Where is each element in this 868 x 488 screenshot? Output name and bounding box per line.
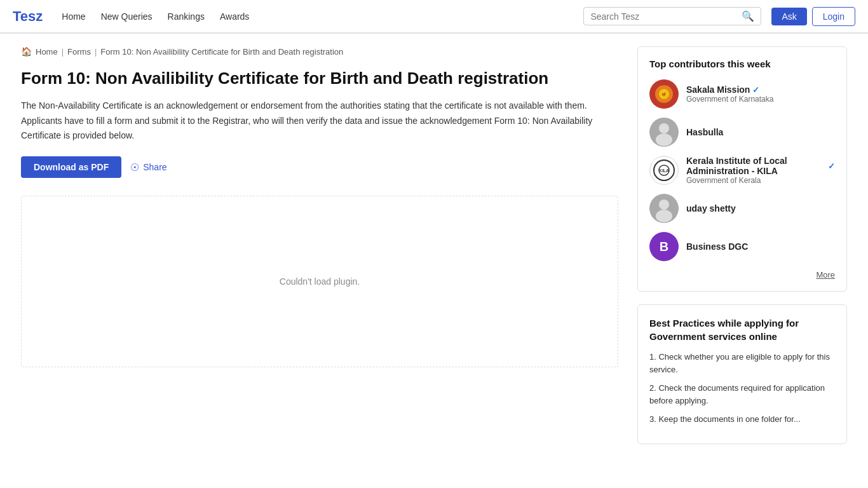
nav-link-awards[interactable]: Awards <box>220 11 249 22</box>
contributor-info: uday shetty <box>686 203 736 214</box>
breadcrumb: 🏠 Home | Forms | Form 10: Non Availibili… <box>21 46 618 57</box>
avatar <box>649 194 679 223</box>
search-input[interactable] <box>590 11 742 22</box>
contributor-name: Business DGC <box>686 241 748 252</box>
contributor-item: Hasbulla <box>649 118 835 147</box>
breadcrumb-sep-2: | <box>95 47 97 57</box>
breadcrumb-home[interactable]: Home <box>36 47 58 57</box>
nav-link-home[interactable]: Home <box>62 11 85 22</box>
best-practices-title: Best Practices while applying for Govern… <box>649 316 835 343</box>
plugin-message: Couldn't load plugin. <box>280 276 360 287</box>
svg-point-12 <box>659 200 669 210</box>
contributor-name: Hasbulla <box>686 127 723 137</box>
top-contributors-title: Top contributors this week <box>649 58 835 69</box>
download-pdf-button[interactable]: Download as PDF <box>21 156 121 178</box>
contributor-info: Hasbulla <box>686 127 723 137</box>
contributor-item: uday shetty <box>649 194 835 223</box>
list-item: 1. Check whether you are eligible to app… <box>649 351 835 376</box>
top-contributors-card: Top contributors this week ಕ Sakala Miss… <box>637 46 847 292</box>
ask-button[interactable]: Ask <box>771 8 806 25</box>
main-content: 🏠 Home | Forms | Form 10: Non Availibili… <box>21 46 618 457</box>
breadcrumb-current: Form 10: Non Availibility Certificate fo… <box>100 47 343 57</box>
plugin-area: Couldn't load plugin. <box>21 196 618 367</box>
action-bar: Download as PDF ☉ Share <box>21 156 618 178</box>
avatar: ಕ <box>649 79 679 109</box>
nav-link-rankings[interactable]: Rankings <box>168 11 205 22</box>
svg-point-6 <box>656 133 672 146</box>
share-label: Share <box>143 162 166 172</box>
contributor-sub: Government of Karnataka <box>686 95 773 104</box>
avatar <box>649 118 679 147</box>
contributor-info: Sakala Mission ✓ Government of Karnataka <box>686 85 773 104</box>
login-button[interactable]: Login <box>812 7 855 26</box>
sidebar: Top contributors this week ಕ Sakala Miss… <box>637 46 847 457</box>
more-link[interactable]: More <box>649 270 835 280</box>
best-practices-card: Best Practices while applying for Govern… <box>637 304 847 444</box>
home-icon: 🏠 <box>21 46 32 57</box>
svg-point-5 <box>659 123 669 133</box>
best-practices-list: 1. Check whether you are eligible to app… <box>649 351 835 426</box>
nav-link-new-queries[interactable]: New Queries <box>101 11 153 22</box>
search-icon[interactable]: 🔍 <box>742 10 754 22</box>
navbar: Tesz Home New Queries Rankings Awards 🔍 … <box>0 0 868 33</box>
avatar: B <box>649 232 679 261</box>
contributor-item: B Business DGC <box>649 232 835 261</box>
article-title: Form 10: Non Availibility Certificate fo… <box>21 68 618 90</box>
breadcrumb-forms[interactable]: Forms <box>67 47 91 57</box>
contributor-name: Sakala Mission ✓ <box>686 85 773 95</box>
avatar: KILA <box>649 156 679 185</box>
contributor-sub: Government of Kerala <box>686 176 835 185</box>
share-button[interactable]: ☉ Share <box>130 161 166 173</box>
nav-links: Home New Queries Rankings Awards <box>62 11 583 22</box>
breadcrumb-sep-1: | <box>62 47 64 57</box>
share-icon: ☉ <box>130 161 139 173</box>
contributor-item: ಕ Sakala Mission ✓ Government of Karnata… <box>649 79 835 109</box>
article-body: The Non-Availability Certificate is an a… <box>21 98 618 144</box>
verified-icon: ✓ <box>752 85 759 95</box>
contributor-item: KILA Kerala Institute of Local Administr… <box>649 156 835 185</box>
svg-point-13 <box>656 210 672 222</box>
contributor-info: Business DGC <box>686 241 748 252</box>
list-item: 2. Check the documents required for appl… <box>649 382 835 407</box>
list-item: 3. Keep the documents in one folder for.… <box>649 413 835 426</box>
verified-icon: ✓ <box>828 161 835 171</box>
nav-logo[interactable]: Tesz <box>13 8 43 25</box>
search-bar: 🔍 <box>583 7 761 25</box>
contributor-name: uday shetty <box>686 203 736 214</box>
svg-text:ಕ: ಕ <box>661 92 667 98</box>
contributor-name: Kerala Institute of Local Administration… <box>686 156 835 176</box>
page-container: 🏠 Home | Forms | Form 10: Non Availibili… <box>8 34 860 470</box>
contributor-info: Kerala Institute of Local Administration… <box>686 156 835 185</box>
svg-text:KILA: KILA <box>659 168 669 173</box>
